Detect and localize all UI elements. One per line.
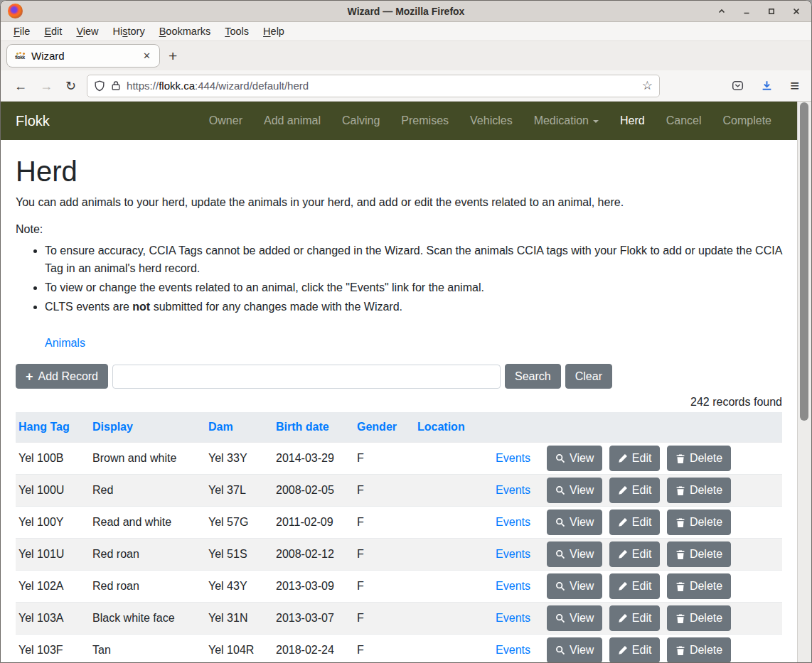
page-content: Herd You can add animals to your herd, u… bbox=[1, 155, 797, 662]
animals-tab-link[interactable]: Animals bbox=[45, 337, 85, 350]
delete-button[interactable]: Delete bbox=[667, 637, 731, 662]
reload-icon[interactable]: ↻ bbox=[59, 77, 82, 95]
delete-button[interactable]: Delete bbox=[667, 510, 731, 535]
table-row: Yel 103A Black white face Yel 31N 2013-0… bbox=[16, 603, 782, 635]
delete-button[interactable]: Delete bbox=[667, 573, 731, 599]
window-scrollbar[interactable] bbox=[797, 102, 811, 662]
cell-dam: Yel 57G bbox=[205, 507, 273, 539]
cell-dam: Yel 33Y bbox=[205, 443, 273, 475]
pocket-save-icon[interactable] bbox=[727, 77, 749, 95]
cell-gender: F bbox=[354, 539, 415, 571]
back-icon[interactable]: ← bbox=[8, 77, 33, 95]
menu-item[interactable]: History bbox=[106, 23, 152, 39]
column-header[interactable]: Display bbox=[90, 412, 205, 443]
tab-close-icon[interactable]: ✕ bbox=[140, 49, 154, 63]
menu-item[interactable]: View bbox=[69, 23, 105, 39]
events-link[interactable]: Events bbox=[496, 548, 530, 560]
view-button[interactable]: View bbox=[547, 573, 602, 599]
shield-icon[interactable] bbox=[94, 80, 105, 92]
scrollbar-thumb[interactable] bbox=[800, 102, 808, 421]
view-button[interactable]: View bbox=[547, 605, 602, 631]
pencil-icon bbox=[618, 549, 628, 559]
cell-display: Red roan bbox=[90, 539, 205, 571]
events-link[interactable]: Events bbox=[496, 580, 530, 592]
lock-icon[interactable] bbox=[111, 80, 121, 91]
view-button[interactable]: View bbox=[547, 637, 602, 662]
column-header[interactable]: Birth date bbox=[273, 412, 354, 443]
cell-dam: Yel 37L bbox=[205, 475, 273, 507]
edit-button[interactable]: Edit bbox=[609, 637, 661, 662]
search-input[interactable] bbox=[112, 365, 501, 389]
menu-item[interactable]: File bbox=[6, 23, 37, 39]
hamburger-menu-icon[interactable]: ≡ bbox=[785, 75, 804, 97]
add-record-button[interactable]: +Add Record bbox=[16, 364, 108, 389]
pencil-icon bbox=[618, 485, 628, 495]
cell-hang-tag: Yel 100Y bbox=[16, 507, 90, 539]
edit-button[interactable]: Edit bbox=[609, 478, 661, 503]
menu-item[interactable]: Edit bbox=[37, 23, 69, 39]
edit-button[interactable]: Edit bbox=[609, 446, 661, 471]
search-button[interactable]: Search bbox=[505, 364, 561, 389]
table-body: Yel 100B Brown and white Yel 33Y 2014-03… bbox=[16, 443, 782, 663]
navbar-item[interactable]: Herd bbox=[609, 114, 656, 127]
navbar-item[interactable]: Add animal bbox=[253, 114, 331, 127]
column-header[interactable]: Hang Tag bbox=[16, 412, 90, 443]
brand-flokk[interactable]: Flokk bbox=[16, 113, 50, 129]
column-header[interactable]: Gender bbox=[354, 412, 415, 443]
view-button[interactable]: View bbox=[547, 478, 602, 503]
events-link[interactable]: Events bbox=[496, 452, 530, 464]
edit-button[interactable]: Edit bbox=[609, 510, 661, 535]
navbar-item[interactable]: Calving bbox=[331, 114, 390, 127]
delete-button[interactable]: Delete bbox=[667, 478, 731, 503]
url-bar[interactable]: https://flokk.ca:444/wizard/default/herd… bbox=[87, 75, 660, 97]
trash-icon bbox=[675, 581, 685, 592]
column-header[interactable]: Location bbox=[415, 412, 483, 443]
delete-button[interactable]: Delete bbox=[667, 605, 731, 631]
navbar-item[interactable]: Cancel bbox=[656, 114, 712, 127]
navbar-item-label: Vehicles bbox=[470, 114, 513, 126]
view-button[interactable]: View bbox=[547, 510, 602, 535]
unmaximize-chevron-icon[interactable] bbox=[714, 4, 730, 19]
view-button[interactable]: View bbox=[547, 446, 602, 471]
navbar-item[interactable]: Premises bbox=[390, 114, 459, 127]
navbar-item[interactable]: Medication bbox=[523, 114, 609, 127]
navbar-item[interactable]: Vehicles bbox=[459, 114, 523, 127]
delete-button[interactable]: Delete bbox=[667, 541, 731, 567]
column-header[interactable] bbox=[544, 412, 782, 443]
edit-button[interactable]: Edit bbox=[609, 605, 661, 631]
plus-icon: + bbox=[26, 370, 33, 383]
trash-icon bbox=[675, 613, 685, 624]
download-icon[interactable] bbox=[756, 77, 778, 95]
edit-button[interactable]: Edit bbox=[609, 573, 661, 599]
events-link[interactable]: Events bbox=[496, 484, 530, 496]
menu-item[interactable]: Help bbox=[256, 23, 292, 39]
maximize-icon[interactable] bbox=[764, 4, 779, 19]
menu-item[interactable]: Tools bbox=[218, 23, 256, 39]
pencil-icon bbox=[618, 645, 628, 655]
new-tab-icon[interactable]: + bbox=[160, 48, 186, 65]
events-link[interactable]: Events bbox=[496, 612, 530, 624]
clear-button[interactable]: Clear bbox=[565, 364, 612, 389]
cell-birth-date: 2013-03-07 bbox=[273, 603, 354, 635]
forward-icon[interactable]: → bbox=[33, 77, 59, 95]
view-button[interactable]: View bbox=[547, 541, 602, 567]
navbar-item[interactable]: Owner bbox=[198, 114, 253, 127]
cell-location bbox=[415, 539, 483, 571]
cell-dam: Yel 51S bbox=[205, 539, 273, 571]
events-link[interactable]: Events bbox=[496, 516, 530, 528]
column-header[interactable]: Dam bbox=[205, 412, 273, 443]
cell-gender: F bbox=[354, 507, 415, 539]
edit-button[interactable]: Edit bbox=[609, 541, 661, 567]
close-icon[interactable] bbox=[789, 4, 804, 19]
events-link[interactable]: Events bbox=[496, 644, 530, 656]
tab-wizard[interactable]: flokk Wizard ✕ bbox=[6, 44, 160, 68]
url-text[interactable]: https://flokk.ca:444/wizard/default/herd bbox=[127, 80, 636, 92]
minimize-icon[interactable] bbox=[739, 4, 754, 19]
cell-hang-tag: Yel 100U bbox=[16, 475, 90, 507]
column-header[interactable] bbox=[483, 412, 544, 443]
navbar-item[interactable]: Complete bbox=[712, 114, 782, 127]
bookmark-star-icon[interactable]: ☆ bbox=[642, 78, 653, 93]
menu-item[interactable]: Bookmarks bbox=[152, 23, 218, 39]
delete-button[interactable]: Delete bbox=[667, 446, 731, 471]
cell-display: Red roan bbox=[90, 571, 205, 603]
